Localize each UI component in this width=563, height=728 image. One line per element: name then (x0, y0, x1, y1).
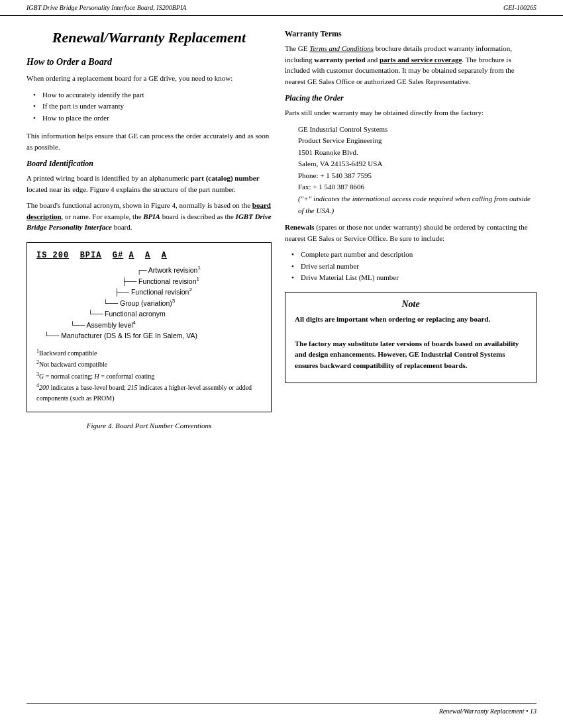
address-line-5: Phone: + 1 540 387 7595 (298, 170, 537, 182)
renewals-bullet-1: Complete part number and description (291, 249, 537, 261)
footer-text: Renewal/Warranty Replacement • 13 (439, 707, 537, 715)
note-box: Note All digits are important when order… (285, 292, 537, 383)
page-title: Renewal/Warranty Replacement (26, 29, 272, 46)
address-line-7: ("+" indicates the international access … (298, 193, 537, 216)
footnote-3: 3G = normal coating; H = conformal coati… (36, 371, 262, 382)
tree-diagram: ┌─ Artwork revision1 ├── Functional revi… (39, 264, 262, 341)
address-line-3: 1501 Roanoke Blvd. (298, 147, 537, 159)
renewals-bullets: Complete part number and description Dri… (291, 249, 537, 284)
bullet-item-2: If the part is under warranty (33, 101, 272, 113)
header-right: GEI-100265 (503, 4, 537, 11)
left-column: Renewal/Warranty Replacement How to Orde… (26, 29, 272, 430)
header-left: IGBT Drive Bridge Personality Interface … (26, 4, 186, 11)
figure-box: IS 200 BPIA G# A A A ┌─ Artwork revision… (26, 242, 272, 413)
figure-caption: Figure 4. Board Part Number Conventions (26, 422, 272, 430)
page-footer: Renewal/Warranty Replacement • 13 (26, 703, 537, 715)
footnote-2: 2Not backward compatible (36, 359, 262, 370)
footnotes: 1Backward compatible 2Not backward compa… (36, 347, 262, 404)
address-line-4: Salem, VA 24153-6492 USA (298, 158, 537, 170)
board-id-heading: Board Identification (26, 159, 272, 169)
bullet-item-3: How to place the order (33, 113, 272, 124)
note-title: Note (295, 299, 527, 310)
renewals-bullet-2: Drive serial number (291, 261, 537, 273)
board-id-para2: The board's functional acronym, shown in… (26, 200, 272, 233)
intro-text: When ordering a replacement board for a … (26, 73, 272, 84)
content-area: Renewal/Warranty Replacement How to Orde… (0, 16, 563, 469)
footnote-4: 4200 indicates a base-level board; 215 i… (36, 382, 262, 404)
main-heading: How to Order a Board (26, 57, 272, 68)
renewals-bullet-3: Drive Material List (ML) number (291, 272, 537, 284)
placing-order-intro: Parts still under warranty may be obtain… (285, 107, 537, 118)
address-block: GE Industrial Control Systems Product Se… (298, 124, 537, 217)
right-column: Warranty Terms The GE Terms and Conditio… (285, 29, 537, 430)
board-id-para1: A printed wiring board is identified by … (26, 173, 272, 195)
info-text: This information helps ensure that GE ca… (26, 130, 272, 152)
warranty-terms-heading: Warranty Terms (285, 29, 537, 39)
note-text-1: All digits are important when ordering o… (295, 314, 527, 325)
page-header: IGBT Drive Bridge Personality Interface … (0, 0, 563, 16)
part-number: IS 200 BPIA G# A A A (36, 251, 262, 260)
footnote-1: 1Backward compatible (36, 347, 262, 359)
renewals-para: Renewals (spares or those not under warr… (285, 222, 537, 244)
bullet-item-1: How to accurately identify the part (33, 89, 272, 101)
placing-order-heading: Placing the Order (285, 93, 537, 103)
note-text-2: The factory may substitute later version… (295, 338, 527, 371)
bullet-list: How to accurately identify the part If t… (33, 89, 272, 124)
address-line-6: Fax: + 1 540 387 8606 (298, 181, 537, 193)
address-line-1: GE Industrial Control Systems (298, 124, 537, 136)
address-line-2: Product Service Engineering (298, 135, 537, 147)
warranty-para1: The GE Terms and Conditions brochure det… (285, 43, 537, 87)
